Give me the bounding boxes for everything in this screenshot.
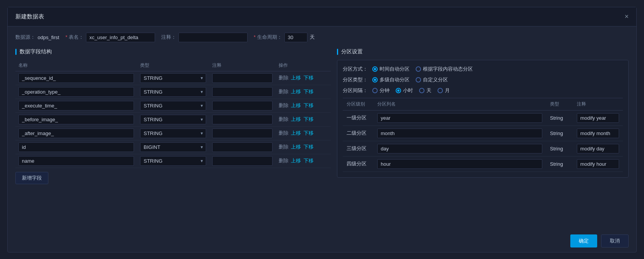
partition-comment-input[interactable] [577, 159, 619, 169]
field-name-input[interactable] [18, 115, 134, 124]
field-type-wrapper: STRINGBIGINTINTDOUBLEFLOATBOOLEANDATETIM… [140, 156, 206, 166]
partition-type-label: 分区类型： [343, 76, 368, 83]
partition-level: 一级分区 [343, 110, 373, 125]
delete-link[interactable]: 删除 [279, 144, 289, 150]
pt-name-header: 分区列名 [373, 98, 546, 110]
delete-link[interactable]: 删除 [279, 158, 289, 163]
field-name-input[interactable] [18, 129, 134, 138]
table-row: STRINGBIGINTINTDOUBLEFLOATBOOLEANDATETIM… [15, 126, 331, 140]
tablename-input[interactable] [86, 33, 155, 42]
field-name-input[interactable] [18, 101, 134, 111]
field-action-cell: 删除 上移 下移 [276, 71, 331, 85]
interval-month[interactable]: 月 [438, 87, 450, 94]
interval-hour[interactable]: 小时 [396, 87, 413, 94]
move-up-link[interactable]: 上移 [291, 130, 301, 136]
interval-month-label: 月 [445, 87, 450, 94]
delete-link[interactable]: 删除 [279, 116, 289, 122]
close-button[interactable]: × [624, 13, 629, 21]
move-up-link[interactable]: 上移 [291, 144, 301, 150]
partition-type-group: 多级自动分区 自定义分区 [372, 76, 448, 83]
table-row: STRINGBIGINTINTDOUBLEFLOATBOOLEANDATETIM… [15, 85, 331, 99]
field-action-cell: 删除 上移 下移 [276, 112, 331, 126]
field-comment-input[interactable] [212, 156, 272, 166]
field-type-select[interactable]: STRINGBIGINTINTDOUBLEFLOATBOOLEANDATETIM… [140, 156, 206, 166]
partition-method-auto-label: 时间自动分区 [380, 66, 410, 73]
field-type-select[interactable]: STRINGBIGINTINTDOUBLEFLOATBOOLEANDATETIM… [140, 142, 206, 152]
col-comment-header: 注释 [209, 60, 276, 71]
field-type-select[interactable]: STRINGBIGINTINTDOUBLEFLOATBOOLEANDATETIM… [140, 115, 206, 124]
col-action-header: 操作 [276, 60, 331, 71]
partition-name-input[interactable] [377, 144, 542, 153]
delete-link[interactable]: 删除 [279, 130, 289, 136]
field-comment-input[interactable] [212, 142, 272, 152]
field-name-input[interactable] [18, 87, 134, 97]
partition-row: 一级分区String [343, 110, 623, 125]
delete-link[interactable]: 删除 [279, 75, 289, 81]
lifecycle-unit: 天 [310, 34, 315, 41]
partition-level: 三级分区 [343, 141, 373, 156]
partition-method-dynamic[interactable]: 根据字段内容动态分区 [416, 66, 473, 73]
partition-comment-input[interactable] [577, 129, 619, 138]
partition-name-input[interactable] [377, 113, 542, 123]
field-comment-input[interactable] [212, 115, 272, 124]
move-down-link[interactable]: 下移 [304, 89, 314, 94]
move-down-link[interactable]: 下移 [304, 75, 314, 81]
partition-type: String [546, 156, 573, 172]
partition-method-auto[interactable]: 时间自动分区 [372, 66, 410, 73]
move-up-link[interactable]: 上移 [291, 116, 301, 122]
field-comment-input[interactable] [212, 87, 272, 97]
partition-name-input[interactable] [377, 129, 542, 138]
move-up-link[interactable]: 上移 [291, 89, 301, 94]
comment-input[interactable] [178, 33, 248, 42]
interval-day[interactable]: 天 [419, 87, 431, 94]
field-comment-input[interactable] [212, 73, 272, 83]
field-name-input[interactable] [18, 156, 134, 166]
section-bar [15, 49, 17, 55]
partition-type-multi[interactable]: 多级自动分区 [372, 76, 410, 83]
delete-link[interactable]: 删除 [279, 89, 289, 94]
col-type-header: 类型 [137, 60, 209, 71]
delete-link[interactable]: 删除 [279, 102, 289, 108]
interval-minute[interactable]: 分钟 [372, 87, 390, 94]
field-action-cell: 删除 上移 下移 [276, 154, 331, 168]
field-name-input[interactable] [18, 73, 134, 83]
partition-interval-group: 分钟 小时 天 月 [372, 87, 450, 94]
field-type-select[interactable]: STRINGBIGINTINTDOUBLEFLOATBOOLEANDATETIM… [140, 73, 206, 83]
confirm-button[interactable]: 确定 [570, 234, 597, 247]
lifecycle-input[interactable] [284, 33, 307, 42]
field-type-select[interactable]: STRINGBIGINTINTDOUBLEFLOATBOOLEANDATETIM… [140, 129, 206, 138]
field-table: 名称 类型 注释 操作 STRINGBIGINTINTDOUBLEFLOATBO… [15, 60, 331, 168]
partition-type-custom[interactable]: 自定义分区 [416, 76, 448, 83]
partition-comment-input[interactable] [577, 113, 619, 123]
move-down-link[interactable]: 下移 [304, 116, 314, 122]
partition-name-input[interactable] [377, 159, 542, 169]
dialog-title: 新建数据表 [15, 13, 44, 20]
pt-comment-header: 注释 [573, 98, 623, 110]
field-comment-input[interactable] [212, 101, 272, 111]
datasource-value: odps_first [38, 35, 59, 40]
table-row: STRINGBIGINTINTDOUBLEFLOATBOOLEANDATETIM… [15, 71, 331, 85]
field-name-input[interactable] [18, 142, 134, 152]
dialog-body: 数据源： odps_first * 表名： 注释： * 生命周期： 天 [8, 26, 636, 190]
interval-minute-radio [372, 88, 378, 93]
move-down-link[interactable]: 下移 [304, 144, 314, 150]
move-up-link[interactable]: 上移 [291, 75, 301, 81]
partition-method-group: 时间自动分区 根据字段内容动态分区 [372, 66, 473, 73]
move-up-link[interactable]: 上移 [291, 158, 301, 163]
field-type-select[interactable]: STRINGBIGINTINTDOUBLEFLOATBOOLEANDATETIM… [140, 87, 206, 97]
partition-comment-input[interactable] [577, 144, 619, 153]
field-comment-input[interactable] [212, 129, 272, 138]
partition-type: String [546, 141, 573, 156]
field-type-wrapper: STRINGBIGINTINTDOUBLEFLOATBOOLEANDATETIM… [140, 115, 206, 124]
dialog: 新建数据表 × 数据源： odps_first * 表名： 注释： * 生命周期… [7, 7, 637, 252]
move-up-link[interactable]: 上移 [291, 102, 301, 108]
add-field-button[interactable]: 新增字段 [15, 172, 48, 184]
move-down-link[interactable]: 下移 [304, 102, 314, 108]
move-down-link[interactable]: 下移 [304, 130, 314, 136]
tablename-label: * 表名： [65, 34, 84, 41]
move-down-link[interactable]: 下移 [304, 158, 314, 163]
cancel-button[interactable]: 取消 [601, 234, 629, 247]
field-action-cell: 删除 上移 下移 [276, 99, 331, 112]
field-type-select[interactable]: STRINGBIGINTINTDOUBLEFLOATBOOLEANDATETIM… [140, 101, 206, 111]
table-row: STRINGBIGINTINTDOUBLEFLOATBOOLEANDATETIM… [15, 112, 331, 126]
